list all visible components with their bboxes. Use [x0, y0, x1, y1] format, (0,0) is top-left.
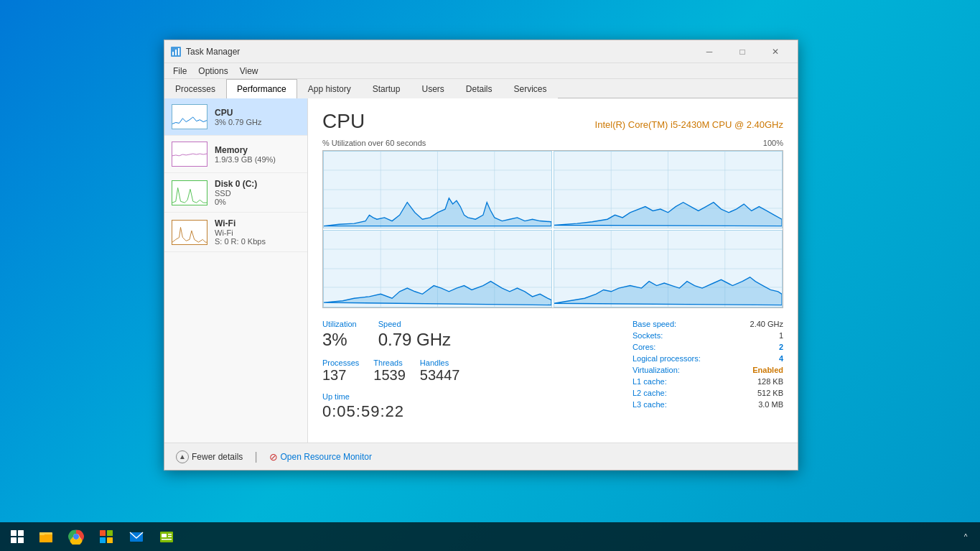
cpu-graph-1: [554, 151, 783, 228]
task-manager-window: Task Manager ─ □ ✕ File Options View Pro…: [164, 40, 798, 471]
virt-row: Virtualization: Enabled: [633, 366, 783, 374]
tab-app-history[interactable]: App history: [297, 79, 362, 98]
cpu-model: Intel(R) Core(TM) i5-2430M CPU @ 2.40GHz: [595, 119, 783, 130]
menu-view[interactable]: View: [234, 65, 264, 78]
tab-processes[interactable]: Processes: [164, 79, 226, 98]
window-title: Task Manager: [186, 47, 693, 57]
base-speed-row: Base speed: 2.40 GHz: [633, 320, 783, 328]
proc-thread-handle-row: Processes 137 Threads 1539 Handles 53447: [322, 358, 618, 384]
close-button[interactable]: ✕: [759, 40, 792, 63]
sidebar-item-memory[interactable]: Memory 1.9/3.9 GB (49%): [164, 136, 307, 173]
store-button[interactable]: [92, 522, 121, 551]
svg-rect-3: [178, 48, 179, 55]
tab-startup[interactable]: Startup: [362, 79, 411, 98]
sockets-row: Sockets: 1: [633, 331, 783, 340]
svg-rect-49: [168, 534, 172, 535]
mail-button[interactable]: [122, 522, 151, 551]
util-speed-row: Utilization 3% Speed 0.79 GHz: [322, 320, 618, 350]
wifi-sidebar-sub2: S: 0 R: 0 Kbps: [215, 237, 300, 246]
window-controls: ─ □ ✕: [693, 40, 792, 63]
l1-row: L1 cache: 128 KB: [633, 377, 783, 386]
sidebar-item-cpu[interactable]: CPU 3% 0.79 GHz: [164, 98, 307, 136]
start-button[interactable]: [3, 522, 32, 551]
disk-thumb: [172, 180, 207, 205]
content-area: CPU 3% 0.79 GHz Memory 1.9/3.9 GB (49%): [164, 98, 798, 443]
sidebar-item-wifi[interactable]: Wi-Fi Wi-Fi S: 0 R: 0 Kbps: [164, 213, 307, 252]
file-explorer-button[interactable]: [32, 522, 60, 551]
memory-sidebar-sub: 1.9/3.9 GB (49%): [215, 155, 300, 164]
handles-stat: Handles 53447: [420, 358, 460, 384]
wifi-sidebar-name: Wi-Fi: [215, 218, 300, 228]
wifi-sidebar-info: Wi-Fi Wi-Fi S: 0 R: 0 Kbps: [215, 218, 300, 246]
svg-rect-43: [107, 530, 113, 536]
left-stats: Utilization 3% Speed 0.79 GHz Processes …: [322, 320, 618, 421]
maximize-button[interactable]: □: [726, 40, 759, 63]
wifi-sidebar-sub1: Wi-Fi: [215, 228, 300, 237]
memory-sidebar-name: Memory: [215, 145, 300, 155]
cpu-thumb: [172, 104, 207, 129]
svg-rect-42: [100, 530, 106, 536]
cpu-graph-3: [554, 230, 783, 307]
minimize-button[interactable]: ─: [693, 40, 726, 63]
svg-rect-44: [100, 537, 106, 543]
app-icon: [170, 46, 182, 57]
svg-rect-34: [11, 537, 17, 543]
memory-sidebar-info: Memory 1.9/3.9 GB (49%): [215, 145, 300, 164]
svg-rect-1: [172, 52, 174, 55]
cpu-graph-0: [323, 151, 552, 228]
resource-sidebar: CPU 3% 0.79 GHz Memory 1.9/3.9 GB (49%): [164, 98, 308, 443]
chrome-button[interactable]: [62, 522, 90, 551]
menubar: File Options View: [164, 63, 798, 79]
disk-sidebar-sub1: SSD: [215, 189, 300, 198]
menu-file[interactable]: File: [167, 65, 192, 78]
cpu-sidebar-name: CPU: [215, 108, 300, 118]
resource-monitor-icon: ⊘: [269, 451, 278, 463]
news-button[interactable]: [152, 522, 181, 551]
bottom-separator: |: [254, 450, 257, 463]
svg-point-41: [75, 535, 78, 539]
wifi-thumb: [172, 220, 207, 245]
resource-monitor-link[interactable]: ⊘ Open Resource Monitor: [269, 451, 372, 463]
cpu-sidebar-info: CPU 3% 0.79 GHz: [215, 108, 300, 126]
svg-rect-48: [162, 534, 167, 537]
speed-stat: Speed 0.79 GHz: [378, 320, 451, 350]
menu-options[interactable]: Options: [192, 65, 233, 78]
tab-performance[interactable]: Performance: [226, 79, 297, 98]
memory-thumb: [172, 142, 207, 167]
svg-rect-2: [175, 50, 177, 55]
svg-rect-51: [162, 539, 172, 540]
cpu-header: CPU Intel(R) Core(TM) i5-2430M CPU @ 2.4…: [322, 110, 783, 133]
tab-bar: Processes Performance App history Startu…: [164, 79, 798, 98]
taskbar: ^: [0, 522, 980, 551]
stats-section: Utilization 3% Speed 0.79 GHz Processes …: [322, 320, 783, 421]
bottom-bar: ▲ Fewer details | ⊘ Open Resource Monito…: [164, 443, 798, 470]
threads-stat: Threads 1539: [373, 358, 406, 384]
taskbar-chevron[interactable]: ^: [960, 522, 971, 551]
cpu-sidebar-sub: 3% 0.79 GHz: [215, 118, 300, 126]
cpu-info-panel: Base speed: 2.40 GHz Sockets: 1 Cores: 2…: [618, 320, 783, 421]
l2-row: L2 cache: 512 KB: [633, 389, 783, 397]
svg-rect-35: [18, 537, 24, 543]
svg-rect-38: [39, 532, 45, 535]
fewer-details-button[interactable]: ▲ Fewer details: [176, 450, 243, 463]
cores-row: Cores: 2: [633, 343, 783, 351]
cpu-title: CPU: [322, 110, 365, 133]
l3-row: L3 cache: 3.0 MB: [633, 400, 783, 409]
titlebar: Task Manager ─ □ ✕: [164, 40, 798, 63]
logical-row: Logical processors: 4: [633, 354, 783, 363]
sidebar-item-disk[interactable]: Disk 0 (C:) SSD 0%: [164, 173, 307, 213]
disk-sidebar-info: Disk 0 (C:) SSD 0%: [215, 179, 300, 206]
chevron-up-icon: ▲: [176, 450, 189, 463]
cpu-graph-2: [323, 230, 552, 307]
svg-rect-33: [18, 530, 24, 536]
taskbar-right: ^: [960, 522, 977, 551]
tab-users[interactable]: Users: [411, 79, 454, 98]
util-label: % Utilization over 60 seconds 100%: [322, 139, 783, 147]
tab-details[interactable]: Details: [455, 79, 503, 98]
processes-stat: Processes 137: [322, 358, 359, 384]
taskbar-icons: [32, 522, 181, 551]
svg-rect-45: [107, 537, 113, 543]
tab-services[interactable]: Services: [503, 79, 558, 98]
utilization-stat: Utilization 3%: [322, 320, 357, 350]
disk-sidebar-sub2: 0%: [215, 198, 300, 206]
